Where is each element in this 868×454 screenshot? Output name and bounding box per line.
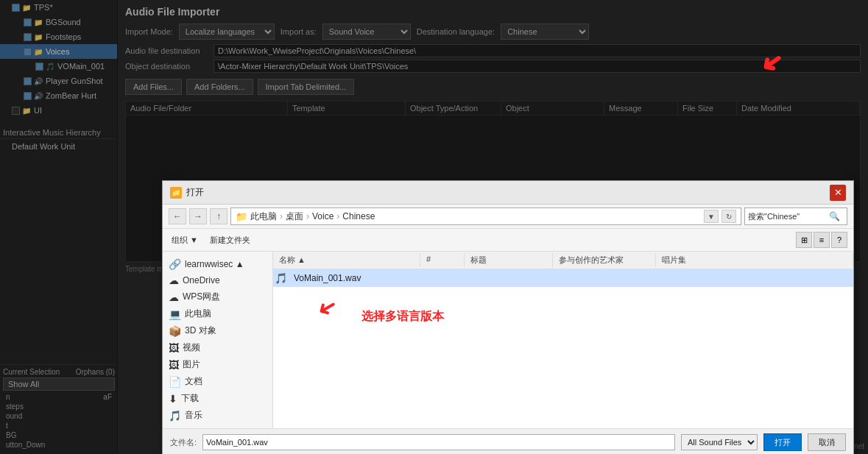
view-buttons: ⊞ ≡ ? xyxy=(796,232,847,248)
dialog-sidebar: 🔗 learnwwisec ▲ ☁ OneDrive ☁ WPS网盘 💻 此电脑… xyxy=(163,252,273,428)
file-list-header: 名称 ▲ # 标题 参与创作的艺术家 唱片集 xyxy=(273,252,853,269)
onedrive-icon: ☁ xyxy=(169,274,179,286)
dialog-toolbar2: 组织 ▼ 新建文件夹 ⊞ ≡ ? xyxy=(163,229,853,252)
dialog-title-text: 打开 xyxy=(186,186,204,199)
file-album xyxy=(671,277,853,280)
pc-icon: 💻 xyxy=(169,308,181,320)
dialog-folder-icon: 📁 xyxy=(170,187,182,199)
dialog-sidebar-learnwwisec[interactable]: 🔗 learnwwisec ▲ xyxy=(163,256,272,272)
dialog-sidebar-pictures[interactable]: 🖼 图片 xyxy=(163,356,272,373)
breadcrumb-pc: 此电脑 xyxy=(250,210,277,223)
file-row-vomain[interactable]: 🎵 VoMain_001.wav xyxy=(273,269,853,287)
nav-back-button[interactable]: ← xyxy=(169,208,186,224)
dialog-sidebar-documents[interactable]: 📄 文档 xyxy=(163,373,272,390)
new-folder-button[interactable]: 新建文件夹 xyxy=(207,233,253,247)
dialog-footer: 文件名: All Sound Files 打开 取消 xyxy=(163,428,853,454)
search-input[interactable] xyxy=(748,212,829,221)
view-help-button[interactable]: ? xyxy=(831,232,847,248)
breadcrumb-sep-2: › xyxy=(306,211,309,221)
file-artist xyxy=(568,277,671,280)
file-title xyxy=(479,277,568,280)
view-details-button[interactable]: ≡ xyxy=(814,232,830,248)
breadcrumb-voice: Voice xyxy=(312,211,334,221)
dialog-sidebar-wps[interactable]: ☁ WPS网盘 xyxy=(163,288,272,305)
file-name-vomain: VoMain_001.wav xyxy=(288,272,435,285)
breadcrumb-dropdown-button[interactable]: ▼ xyxy=(704,210,719,223)
file-num xyxy=(435,277,479,280)
pictures-icon: 🖼 xyxy=(169,359,179,371)
videos-label: 视频 xyxy=(183,341,200,354)
dialog-file-list: 名称 ▲ # 标题 参与创作的艺术家 唱片集 🎵 VoMain_001.wav … xyxy=(273,252,853,428)
music-label: 音乐 xyxy=(185,409,202,422)
wps-icon: ☁ xyxy=(169,291,179,303)
breadcrumb-desktop: 桌面 xyxy=(286,210,303,223)
dialog-sidebar-onedrive[interactable]: ☁ OneDrive xyxy=(163,272,272,288)
col-header-title[interactable]: 标题 xyxy=(465,253,553,267)
dialog-cancel-button[interactable]: 取消 xyxy=(808,433,846,451)
3d-label: 3D 对象 xyxy=(185,324,216,337)
dialog-nav-bar: ← → ↑ 📁 此电脑 › 桌面 › Voice › Chinese ▼ ↻ 🔍 xyxy=(163,205,853,229)
dialog-annotation-text: 选择多语言版本 xyxy=(361,309,444,324)
search-icon: 🔍 xyxy=(829,211,840,221)
videos-icon: 🖼 xyxy=(169,342,179,354)
breadcrumb-folder-icon: 📁 xyxy=(236,211,247,222)
breadcrumb-sep-3: › xyxy=(336,211,339,221)
dialog-sidebar-music[interactable]: 🎵 音乐 xyxy=(163,407,272,424)
downloads-label: 下载 xyxy=(181,392,199,405)
3d-icon: 📦 xyxy=(169,325,181,337)
downloads-icon: ⬇ xyxy=(169,393,177,405)
dialog-sidebar-pc[interactable]: 💻 此电脑 xyxy=(163,305,272,322)
dialog-titlebar: 📁 打开 ✕ xyxy=(163,181,853,205)
learnwwisec-label: learnwwisec ▲ xyxy=(185,259,244,269)
search-box: 🔍 xyxy=(744,208,847,225)
music-icon: 🎵 xyxy=(169,410,181,422)
col-header-artist[interactable]: 参与创作的艺术家 xyxy=(553,253,656,267)
refresh-button[interactable]: ↻ xyxy=(721,210,736,223)
dialog-open-button[interactable]: 打开 xyxy=(763,433,802,451)
dialog-body: 🔗 learnwwisec ▲ ☁ OneDrive ☁ WPS网盘 💻 此电脑… xyxy=(163,252,853,428)
dialog-title: 📁 打开 xyxy=(170,186,204,199)
file-name-footer-label: 文件名: xyxy=(170,437,197,448)
file-wav-icon: 🎵 xyxy=(275,272,287,284)
col-header-name[interactable]: 名称 ▲ xyxy=(273,253,420,267)
dialog-sidebar-downloads[interactable]: ⬇ 下载 xyxy=(163,390,272,407)
pc-label: 此电脑 xyxy=(185,308,211,320)
onedrive-label: OneDrive xyxy=(183,275,220,285)
wps-label: WPS网盘 xyxy=(183,291,220,303)
dialog-filename-input[interactable] xyxy=(202,434,675,450)
open-file-dialog: 📁 打开 ✕ ← → ↑ 📁 此电脑 › 桌面 › Voice › Chines… xyxy=(162,180,854,454)
documents-icon: 📄 xyxy=(169,376,181,388)
organize-button[interactable]: 组织 ▼ xyxy=(169,233,201,247)
nav-up-button[interactable]: ↑ xyxy=(210,208,227,224)
breadcrumb-chinese: Chinese xyxy=(342,211,375,221)
col-header-album[interactable]: 唱片集 xyxy=(656,253,853,267)
dialog-close-button[interactable]: ✕ xyxy=(830,185,846,201)
documents-label: 文档 xyxy=(185,375,202,388)
nav-forward-button[interactable]: → xyxy=(189,208,207,224)
view-large-icons-button[interactable]: ⊞ xyxy=(796,232,812,248)
learnwwisec-icon: 🔗 xyxy=(169,258,181,270)
breadcrumb-bar[interactable]: 📁 此电脑 › 桌面 › Voice › Chinese ▼ ↻ xyxy=(230,208,741,225)
pictures-label: 图片 xyxy=(183,358,200,371)
dialog-sidebar-3d[interactable]: 📦 3D 对象 xyxy=(163,322,272,339)
dialog-red-arrow: ➜ xyxy=(311,291,342,325)
breadcrumb-sep-1: › xyxy=(280,211,283,221)
file-type-select[interactable]: All Sound Files xyxy=(681,434,758,450)
dialog-sidebar-videos[interactable]: 🖼 视频 xyxy=(163,339,272,356)
col-header-num[interactable]: # xyxy=(420,253,465,267)
